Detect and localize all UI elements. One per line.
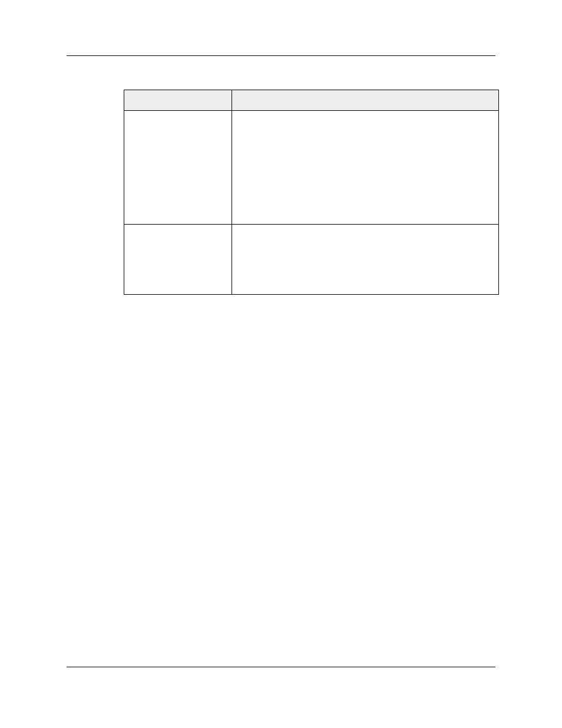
content-area (124, 90, 499, 295)
table-header-row (124, 90, 499, 111)
table-cell-value (232, 111, 499, 225)
top-horizontal-rule (67, 55, 495, 56)
table-row (124, 225, 499, 295)
table-cell-label (124, 225, 232, 295)
table-cell-label (124, 111, 232, 225)
bottom-horizontal-rule (67, 667, 495, 667)
table-row (124, 111, 499, 225)
table-header-cell (124, 90, 232, 111)
specification-table (124, 90, 499, 295)
table-header-cell (232, 90, 499, 111)
table-cell-value (232, 225, 499, 295)
